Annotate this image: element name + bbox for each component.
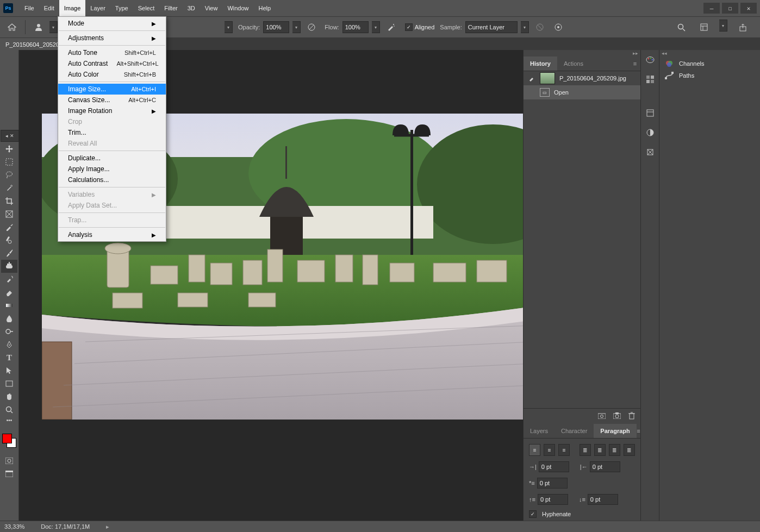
zoom-tool[interactable]	[1, 403, 17, 416]
crop-tool[interactable]	[1, 195, 17, 208]
hand-tool[interactable]	[1, 390, 17, 403]
doc-size[interactable]: Doc: 17,1M/17,1M	[41, 523, 90, 530]
menu-item-trim[interactable]: Trim...	[58, 127, 166, 138]
clone-stamp-tool[interactable]	[1, 260, 17, 273]
history-brush-tool[interactable]	[1, 273, 17, 286]
paths-panel-button[interactable]: Paths	[659, 70, 760, 82]
menu-item-duplicate[interactable]: Duplicate...	[58, 153, 166, 164]
menu-item-mode[interactable]: Mode▶	[58, 18, 166, 29]
menu-item-auto-tone[interactable]: Auto ToneShift+Ctrl+L	[58, 47, 166, 58]
frame-tool[interactable]	[1, 208, 17, 221]
rectangle-tool[interactable]	[1, 377, 17, 390]
search-icon[interactable]	[674, 20, 689, 35]
healing-brush-tool[interactable]	[1, 234, 17, 247]
quickmask-icon[interactable]	[1, 454, 17, 467]
type-tool[interactable]: T	[1, 351, 17, 364]
menu-image[interactable]: Image	[59, 0, 86, 16]
trash-icon[interactable]	[628, 412, 635, 421]
first-line-field[interactable]: 0 pt	[537, 478, 568, 489]
indent-right-field[interactable]: 0 pt	[590, 461, 620, 472]
align-right-button[interactable]: ≡	[558, 444, 570, 456]
menu-view[interactable]: View	[200, 0, 223, 16]
collapse-left-icon[interactable]: ▸▸	[524, 50, 640, 57]
tab-paragraph[interactable]: Paragraph	[594, 424, 636, 438]
space-before-field[interactable]: 0 pt	[538, 494, 568, 505]
brush-dropdown[interactable]: ▾	[225, 21, 233, 33]
home-icon[interactable]	[4, 20, 20, 35]
close-button[interactable]: ✕	[740, 3, 757, 14]
menu-select[interactable]: Select	[133, 0, 160, 16]
menu-item-apply-image[interactable]: Apply Image...	[58, 164, 166, 174]
sample-field[interactable]: Current Layer	[465, 21, 518, 33]
align-center-button[interactable]: ≡	[544, 444, 555, 456]
eyedropper-tool[interactable]	[1, 221, 17, 234]
ignore-adjustments-icon[interactable]	[532, 20, 547, 35]
tab-layers[interactable]: Layers	[524, 424, 555, 438]
pressure-size-icon[interactable]	[551, 20, 566, 35]
marquee-tool[interactable]	[1, 155, 17, 168]
flow-dropdown[interactable]: ▾	[372, 21, 380, 33]
arrange-docs-dropdown[interactable]: ▾	[719, 20, 727, 32]
menu-layer[interactable]: Layer	[85, 0, 110, 16]
space-after-field[interactable]: 0 pt	[588, 494, 618, 505]
menu-item-analysis[interactable]: Analysis▶	[58, 229, 166, 240]
menu-help[interactable]: Help	[254, 0, 276, 16]
airbrush-icon[interactable]	[383, 20, 398, 35]
panel-menu-icon[interactable]: ≡	[630, 60, 640, 67]
maximize-button[interactable]: ☐	[722, 3, 738, 14]
history-source-row[interactable]: P_20150604_205209.jpg	[524, 71, 640, 85]
collapse-right-icon[interactable]: ◂◂	[659, 50, 760, 57]
color-swatches[interactable]	[2, 434, 16, 448]
tab-history[interactable]: History	[524, 57, 557, 71]
status-arrow-icon[interactable]: ▸	[106, 523, 109, 530]
menu-item-canvas-size[interactable]: Canvas Size...Alt+Ctrl+C	[58, 95, 166, 105]
justify-right-button[interactable]: ≣	[609, 444, 620, 456]
properties-panel-icon[interactable]	[644, 107, 657, 120]
menu-item-image-size[interactable]: Image Size...Alt+Ctrl+I	[58, 84, 166, 95]
tab-character[interactable]: Character	[555, 424, 594, 438]
align-left-button[interactable]: ≡	[529, 444, 540, 456]
move-tool[interactable]	[1, 142, 17, 155]
camera-icon[interactable]	[613, 412, 621, 420]
new-snapshot-icon[interactable]	[598, 412, 606, 420]
aligned-checkbox[interactable]: ✓ Aligned	[405, 23, 435, 31]
floating-panel-handle[interactable]: ◂ ✕	[1, 130, 19, 142]
adjustments-panel-icon[interactable]	[644, 126, 657, 139]
foreground-color-swatch[interactable]	[2, 434, 12, 443]
indent-left-field[interactable]: 0 pt	[539, 461, 569, 472]
eraser-tool[interactable]	[1, 286, 17, 299]
menu-filter[interactable]: Filter	[159, 0, 182, 16]
menu-type[interactable]: Type	[110, 0, 133, 16]
flow-field[interactable]: 100%	[342, 21, 369, 33]
user-dropdown[interactable]: ▾	[49, 21, 58, 33]
menu-item-adjustments[interactable]: Adjustments▶	[58, 33, 166, 43]
menu-window[interactable]: Window	[222, 0, 253, 16]
panel-menu-icon[interactable]: ≡	[637, 428, 640, 434]
path-select-tool[interactable]	[1, 364, 17, 377]
dodge-tool[interactable]	[1, 325, 17, 338]
gradient-tool[interactable]	[1, 299, 17, 312]
channels-panel-button[interactable]: Channels	[659, 58, 760, 70]
menu-item-auto-color[interactable]: Auto ColorShift+Ctrl+B	[58, 69, 166, 80]
sample-dropdown[interactable]: ▾	[521, 21, 529, 33]
edit-toolbar-icon[interactable]: •••	[1, 416, 17, 424]
brush-tool[interactable]	[1, 247, 17, 260]
menu-3d[interactable]: 3D	[183, 0, 200, 16]
menu-item-auto-contrast[interactable]: Auto ContrastAlt+Shift+Ctrl+L	[58, 58, 166, 69]
swatches-panel-icon[interactable]	[644, 73, 657, 86]
share-icon[interactable]	[735, 20, 750, 35]
minimize-button[interactable]: —	[703, 3, 720, 14]
color-panel-icon[interactable]	[644, 53, 657, 66]
screenmode-icon[interactable]	[1, 467, 17, 480]
pressure-opacity-icon[interactable]	[304, 20, 319, 35]
tab-actions[interactable]: Actions	[557, 57, 590, 71]
opacity-dropdown[interactable]: ▾	[292, 21, 301, 33]
opacity-field[interactable]: 100%	[263, 21, 289, 33]
lasso-tool[interactable]	[1, 168, 17, 181]
history-state-row[interactable]: ▭ Open	[524, 85, 640, 99]
menu-item-calculations[interactable]: Calculations...	[58, 174, 166, 185]
libraries-panel-icon[interactable]	[644, 146, 657, 159]
pen-tool[interactable]	[1, 338, 17, 351]
hyphenate-checkbox[interactable]: ✓Hyphenate	[529, 510, 635, 518]
arrange-docs-icon[interactable]	[696, 20, 712, 35]
